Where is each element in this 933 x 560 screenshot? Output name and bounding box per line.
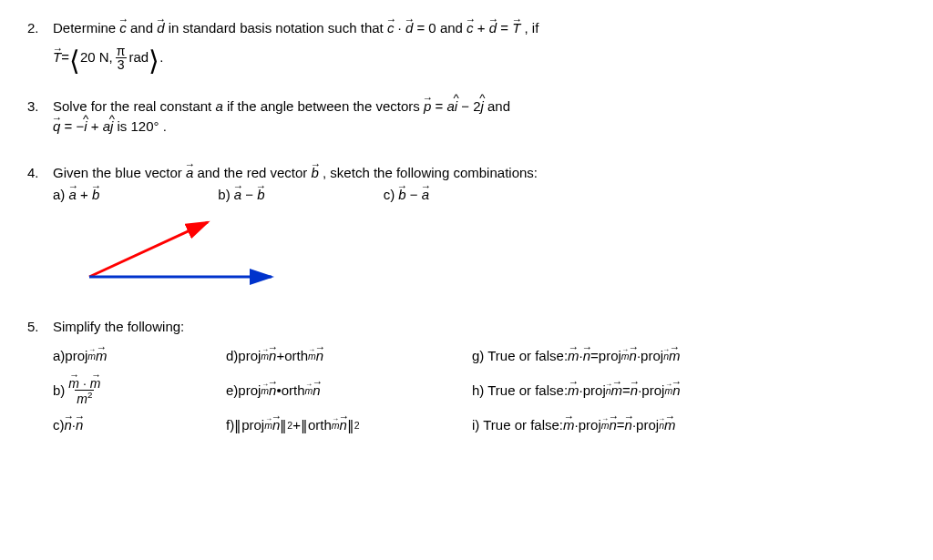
vector-p: p (424, 97, 431, 117)
subparts-grid: a) projmm b) m · m m2 c) n · n (53, 340, 906, 443)
vector-c: c (119, 18, 127, 39)
problem-5: 5. Simplify the following: a) projmm b) … (27, 317, 906, 443)
subpart-i: i) True or false: m · projmn = n · projn… (472, 409, 855, 443)
subpart-c: c) b − a (384, 185, 429, 206)
subpart-b: b) m · m m2 (53, 374, 190, 409)
subparts-row: a) a + b b) a − b c) b − a (53, 185, 906, 206)
subpart-c: c) n · n (53, 409, 190, 443)
vectors-diagram (53, 213, 326, 286)
subpart-d: d) projmn + orthmn (226, 340, 436, 374)
subpart-g: g) True or false: m · n = projmn · projn… (472, 340, 855, 374)
fraction-pi-3: π 3 (115, 45, 128, 71)
problem-text: Solve for the real constant a if the ang… (53, 97, 906, 117)
angle-bracket-right-icon: ⟩ (149, 51, 159, 70)
problem-2: 2. Determine c and d in standard basis n… (27, 18, 906, 71)
equation-q: q = −i + aj is 120° . (53, 117, 906, 137)
problem-text: Given the blue vector a and the red vect… (53, 163, 906, 292)
vector-q: q (53, 117, 60, 137)
unit-j: j (481, 97, 484, 117)
subpart-f: f) projmn2 + orthmn2 (226, 409, 436, 443)
vector-b: b (312, 163, 319, 184)
unit-i: i (455, 97, 457, 117)
angle-bracket-left-icon: ⟨ (69, 51, 80, 70)
problem-number: 2. (27, 18, 53, 39)
subpart-a: a) a + b (53, 185, 99, 206)
problem-number: 5. (27, 317, 53, 338)
vector-a: a (186, 163, 193, 184)
subpart-b: b) a − b (218, 185, 264, 206)
subpart-e: e) projmn • orthmn (226, 374, 436, 409)
red-vector-arrow (89, 222, 208, 277)
problem-4: 4. Given the blue vector a and the red v… (27, 163, 906, 292)
problem-number: 3. (27, 97, 53, 117)
problem-text: Determine c and d in standard basis nota… (53, 18, 906, 39)
equation-T: T = ⟨ 20 N, π 3 rad ⟩ . (53, 45, 163, 71)
vector-d: d (157, 18, 164, 39)
subpart-h: h) True or false: m · projnm = n · projm… (472, 374, 855, 409)
problem-text: Simplify the following: a) projmm b) m ·… (53, 317, 906, 443)
problem-number: 4. (27, 163, 53, 184)
problem-3: 3. Solve for the real constant a if the … (27, 97, 906, 137)
norm-left-icon (234, 415, 241, 436)
